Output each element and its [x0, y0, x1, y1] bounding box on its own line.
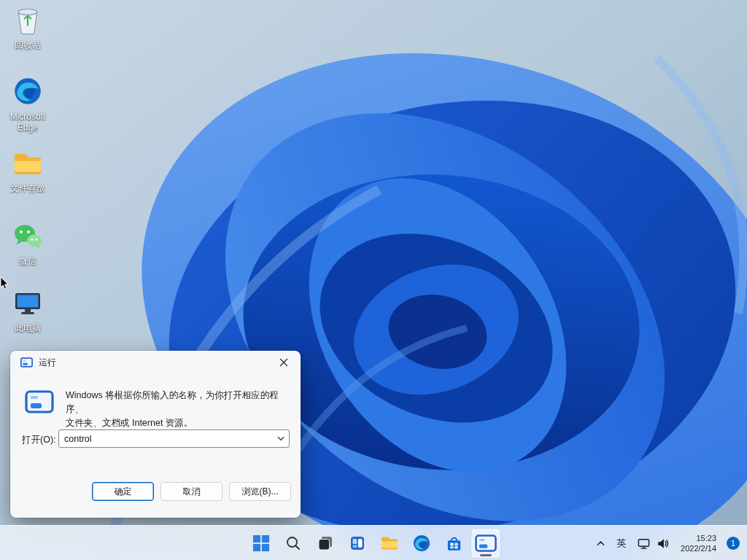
notification-badge[interactable]: 1 [727, 537, 740, 550]
run-dialog: 运行 Windows 将根据你所输入的名称，为你打开相应的程序、 文件夹、文档或… [10, 351, 301, 518]
open-label: 打开(O): [22, 434, 56, 446]
browse-button[interactable]: 浏览(B)... [229, 482, 291, 501]
run-dialog-titlebar[interactable]: 运行 [10, 351, 301, 374]
tray-time: 15:23 [696, 533, 716, 543]
run-command-combobox [58, 429, 290, 448]
task-view-icon [317, 534, 334, 552]
mouse-cursor [0, 277, 9, 290]
tray-overflow-button[interactable] [590, 529, 611, 558]
desktop-icon-label: 文件存放 [10, 183, 45, 194]
ime-indicator[interactable]: 英 [612, 529, 631, 558]
task-view-button[interactable] [311, 529, 340, 558]
search-icon [285, 535, 301, 551]
chevron-down-icon [277, 436, 285, 441]
edge-icon [412, 534, 431, 553]
clock[interactable]: 15:23 2022/2/14 [675, 529, 722, 558]
recycle-bin-icon [14, 6, 42, 38]
desktop-icon-recycle-bin[interactable]: 回收站 [0, 6, 55, 51]
taskbar-tray: 英 15:23 2022/2/14 1 [590, 526, 744, 560]
wechat-icon [12, 223, 43, 254]
network-volume-button[interactable] [632, 529, 673, 558]
desktop-icon-label: 此电脑 [15, 323, 41, 334]
ethernet-icon [637, 537, 651, 551]
run-window-icon [475, 534, 497, 552]
cancel-button[interactable]: 取消 [160, 482, 222, 501]
ok-button[interactable]: 确定 [92, 482, 154, 501]
taskbar: 英 15:23 2022/2/14 1 [0, 525, 747, 560]
active-app-indicator [480, 554, 492, 556]
file-explorer-icon [380, 534, 399, 553]
edge-icon [12, 76, 43, 109]
run-dialog-description: Windows 将根据你所输入的名称，为你打开相应的程序、 文件夹、文档或 In… [66, 389, 293, 429]
desktop-icon-edge[interactable]: Microsoft Edge [0, 76, 55, 133]
close-button[interactable] [267, 351, 301, 374]
folder-icon [12, 150, 44, 181]
taskbar-center-icons [247, 529, 500, 558]
desktop-icon-label: 回收站 [15, 40, 41, 51]
file-explorer-button[interactable] [375, 529, 404, 558]
tray-date: 2022/2/14 [681, 543, 716, 553]
run-dialog-title: 运行 [39, 357, 56, 369]
close-icon [279, 358, 288, 367]
run-command-input[interactable] [59, 430, 273, 447]
desktop-icon-wechat[interactable]: 微信 [0, 223, 55, 267]
store-icon [445, 534, 463, 553]
widgets-button[interactable] [343, 529, 372, 558]
desktop-icon-label: Microsoft Edge [1, 112, 55, 133]
desktop-icon-files-folder[interactable]: 文件存放 [0, 150, 55, 194]
run-dialog-body: Windows 将根据你所输入的名称，为你打开相应的程序、 文件夹、文档或 In… [10, 374, 301, 518]
desktop-icon-label: 微信 [19, 256, 36, 267]
run-app-button[interactable] [471, 529, 500, 558]
start-button[interactable] [247, 529, 276, 558]
run-window-icon [20, 357, 33, 368]
combobox-dropdown-button[interactable] [273, 430, 289, 447]
windows-logo-icon [252, 534, 270, 552]
edge-button[interactable] [407, 529, 436, 558]
this-pc-icon [12, 290, 43, 321]
microsoft-store-button[interactable] [439, 529, 468, 558]
run-window-icon-large [25, 390, 54, 416]
speaker-icon [656, 537, 670, 551]
search-button[interactable] [279, 529, 308, 558]
chevron-up-icon [595, 538, 606, 549]
desktop-icon-this-pc[interactable]: 此电脑 [0, 290, 55, 334]
widgets-icon [349, 534, 366, 552]
